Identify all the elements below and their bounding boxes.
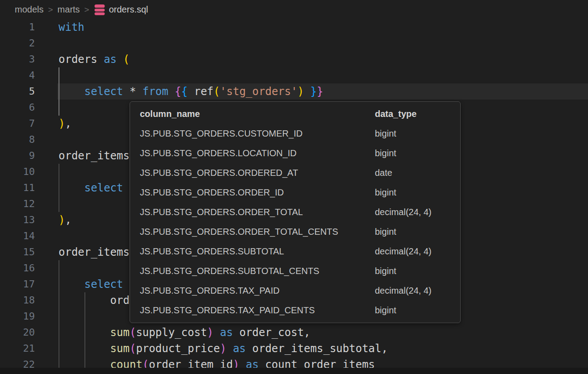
popup-column-row: JS.PUB.STG_ORDERS.SUBTOTALdecimal(24, 4)	[130, 242, 460, 262]
line-number[interactable]: 11	[0, 180, 35, 196]
line-number[interactable]: 14	[0, 228, 35, 244]
code-token: product_price	[136, 342, 220, 355]
line-number[interactable]: 12	[0, 196, 35, 212]
code-token: orders	[59, 53, 104, 66]
popup-column-name: JS.PUB.STG_ORDERS.ORDER_TOTAL_CENTS	[140, 227, 375, 237]
code-token: order_items_subtotal,	[252, 342, 388, 355]
line-number[interactable]: 17	[0, 276, 35, 292]
line-number[interactable]: 6	[0, 100, 35, 116]
code-token: *	[130, 85, 143, 98]
code-line[interactable]: 5 select * from {{ ref('stg_orders') }}	[0, 83, 588, 100]
breadcrumb-item-models[interactable]: models	[15, 4, 43, 15]
code-token: (	[123, 53, 130, 66]
popup-data-type: date	[375, 168, 392, 178]
code-line[interactable]: 21 sum(product_price) as order_items_sub…	[0, 341, 588, 357]
code-text: sum(product_price) as order_items_subtot…	[59, 341, 588, 357]
line-number[interactable]: 7	[0, 116, 35, 132]
line-number[interactable]: 1	[0, 19, 35, 35]
popup-column-row: JS.PUB.STG_ORDERS.ORDERED_ATdate	[130, 163, 460, 183]
code-line[interactable]: 2	[0, 35, 588, 51]
code-token: sum	[110, 342, 130, 355]
code-token	[304, 85, 310, 98]
code-token: order_cost,	[239, 326, 311, 339]
code-text: orders as (	[59, 51, 588, 67]
popup-data-type: decimal(24, 4)	[375, 207, 432, 217]
popup-column-name: JS.PUB.STG_ORDERS.ORDER_ID	[140, 187, 375, 198]
popup-column-row: JS.PUB.STG_ORDERS.ORDER_TOTALdecimal(24,…	[130, 202, 460, 222]
code-token: )	[59, 214, 65, 226]
code-token: )	[207, 326, 213, 339]
line-number[interactable]: 19	[0, 308, 35, 324]
code-line[interactable]: 1with	[0, 19, 588, 35]
code-token: }	[311, 85, 317, 98]
popup-column-row: JS.PUB.STG_ORDERS.TAX_PAIDdecimal(24, 4)	[130, 281, 460, 301]
indent-guide	[84, 341, 85, 357]
code-token: ,	[65, 214, 71, 226]
popup-column-name: JS.PUB.STG_ORDERS.LOCATION_ID	[140, 148, 375, 158]
popup-column-row: JS.PUB.STG_ORDERS.ORDER_TOTAL_CENTSbigin…	[130, 222, 460, 242]
code-token	[59, 182, 84, 194]
indent-guide	[59, 276, 59, 292]
line-number[interactable]: 3	[0, 51, 35, 67]
breadcrumb-file-label: orders.sql	[109, 4, 148, 15]
line-number[interactable]: 8	[0, 132, 35, 148]
code-text: with	[59, 19, 588, 35]
line-number[interactable]: 5	[0, 83, 35, 100]
line-number[interactable]: 2	[0, 35, 35, 51]
indent-guide	[84, 324, 85, 341]
indent-guide	[59, 83, 59, 100]
code-token: {	[181, 85, 188, 98]
line-number[interactable]: 4	[0, 67, 35, 83]
popup-column-name: JS.PUB.STG_ORDERS.ORDERED_AT	[140, 168, 375, 178]
line-number[interactable]: 20	[0, 324, 35, 341]
line-number[interactable]: 21	[0, 341, 35, 357]
breadcrumb-item-marts[interactable]: marts	[58, 4, 80, 15]
code-token: select	[84, 182, 123, 194]
code-token: as	[220, 326, 239, 339]
popup-data-type: bigint	[375, 187, 396, 198]
panel-edge	[0, 368, 588, 374]
popup-column-name: JS.PUB.STG_ORDERS.TAX_PAID_CENTS	[140, 305, 375, 316]
code-token: sum	[110, 326, 130, 339]
code-token	[214, 326, 220, 339]
code-token: 'stg_orders'	[220, 85, 297, 98]
popup-column-name: JS.PUB.STG_ORDERS.CUSTOMER_ID	[140, 129, 375, 139]
indent-guide	[84, 292, 85, 308]
code-token: ,	[65, 117, 71, 130]
breadcrumb-separator: >	[48, 5, 53, 15]
popup-column-row: JS.PUB.STG_ORDERS.LOCATION_IDbigint	[130, 143, 460, 163]
code-text	[59, 67, 588, 83]
code-token: as	[233, 342, 252, 355]
code-line[interactable]: 4	[0, 67, 588, 83]
code-text: select * from {{ ref('stg_orders') }}	[59, 83, 588, 100]
popup-column-name: JS.PUB.STG_ORDERS.SUBTOTAL	[140, 246, 375, 257]
line-number[interactable]: 15	[0, 244, 35, 260]
breadcrumb-item-file[interactable]: orders.sql	[94, 4, 148, 16]
line-number[interactable]: 13	[0, 212, 35, 228]
line-number[interactable]: 10	[0, 164, 35, 180]
code-token: with	[59, 21, 84, 33]
indent-guide	[59, 308, 59, 324]
popup-data-type: decimal(24, 4)	[375, 246, 432, 257]
code-token: )	[59, 117, 65, 130]
code-token: ref	[194, 85, 213, 98]
code-token: )	[220, 342, 226, 355]
code-line[interactable]: 20 sum(supply_cost) as order_cost,	[0, 324, 588, 341]
popup-data-type: bigint	[375, 227, 396, 237]
popup-header-data-type: data_type	[375, 109, 416, 119]
code-token: order_items	[59, 246, 130, 258]
popup-column-name: JS.PUB.STG_ORDERS.ORDER_TOTAL	[140, 207, 375, 217]
code-token: as	[104, 53, 123, 66]
line-number[interactable]: 16	[0, 260, 35, 276]
code-token	[188, 85, 194, 98]
line-number[interactable]: 18	[0, 292, 35, 308]
indent-guide	[59, 196, 59, 212]
popup-column-row: JS.PUB.STG_ORDERS.SUBTOTAL_CENTSbigint	[130, 262, 460, 281]
breadcrumb-separator: >	[84, 5, 89, 15]
line-number[interactable]: 9	[0, 148, 35, 164]
indent-guide	[59, 341, 59, 357]
code-line[interactable]: 3orders as (	[0, 51, 588, 67]
popup-data-type: bigint	[375, 266, 396, 276]
code-token: from	[143, 85, 175, 98]
database-icon	[94, 4, 105, 16]
